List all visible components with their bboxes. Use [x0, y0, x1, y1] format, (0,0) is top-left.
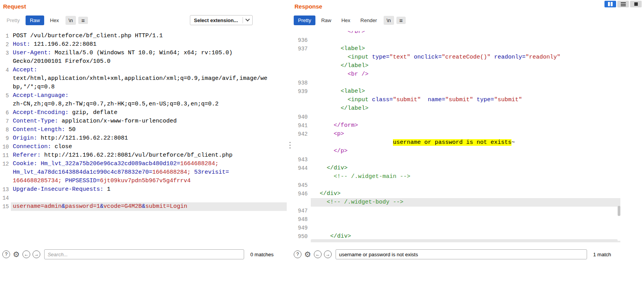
- next-match-button[interactable]: →: [33, 250, 40, 258]
- hamburger-icon: ≡: [399, 17, 403, 24]
- code-line: Referer: http://121.196.62.22:8081/vul/b…: [11, 151, 287, 160]
- editor-menu-button[interactable]: ≡: [396, 17, 406, 24]
- code-line: <!-- /.widget-body -->: [311, 198, 620, 207]
- request-search-input[interactable]: [44, 249, 244, 259]
- code-row: 947: [293, 207, 620, 215]
- tab-raw[interactable]: Raw: [317, 16, 336, 25]
- code-row: 15username=admin&password=1&vcode=G4M2B&…: [2, 202, 287, 211]
- line-number: 937: [293, 45, 311, 53]
- code-line: POST /vul/burteforce/bf_client.php HTTP/…: [11, 32, 287, 40]
- line-number: [293, 198, 311, 207]
- select-extension-dropdown[interactable]: Select extension...: [190, 15, 253, 25]
- newline-toggle-button[interactable]: \n: [65, 16, 76, 25]
- drag-handle-icon: [289, 145, 291, 146]
- tab-render[interactable]: Render: [356, 16, 381, 25]
- newline-toggle-button[interactable]: \n: [384, 16, 394, 25]
- request-editor-content: 1POST /vul/burteforce/bf_client.php HTTP…: [2, 31, 287, 211]
- help-icon[interactable]: ?: [2, 250, 10, 258]
- code-row: 938: [293, 79, 620, 87]
- line-number: [2, 168, 11, 177]
- code-line: [311, 79, 620, 87]
- line-number: [293, 241, 311, 242]
- gear-icon[interactable]: ⚙: [304, 250, 311, 258]
- request-search-bar: ? ⚙ ← → 0 matches: [2, 249, 287, 259]
- prev-match-button[interactable]: ←: [22, 250, 30, 258]
- line-number: 945: [293, 181, 311, 190]
- code-token: </p>: [334, 148, 348, 154]
- code-token: "readonly": [525, 54, 560, 60]
- code-token: vcode=G4M2B: [103, 203, 142, 210]
- tab-pretty[interactable]: Pretty: [294, 16, 315, 25]
- response-editor[interactable]: </br>936937<label><input type="text" onc…: [293, 31, 620, 242]
- response-tab-bar: Pretty Raw Hex Render \n ≡: [294, 15, 620, 26]
- code-token: password=1: [65, 203, 100, 210]
- single-layout-button[interactable]: [630, 1, 642, 7]
- stacked-layout-button[interactable]: [617, 1, 629, 7]
- code-row: 943: [293, 155, 620, 164]
- code-row: 12Cookie: Hm_lvt_322a75b206e96ca32cd089a…: [2, 160, 287, 168]
- code-line: Origin: http://121.196.62.22:8081: [11, 134, 287, 143]
- code-token: <input: [348, 54, 372, 60]
- code-row: 2Host: 121.196.62.22:8081: [2, 40, 287, 49]
- line-number: 6: [2, 109, 11, 117]
- code-token: Accept-Language:: [13, 92, 69, 99]
- tab-raw[interactable]: Raw: [26, 16, 44, 25]
- code-row: 13Upgrade-Insecure-Requests: 1: [2, 185, 287, 194]
- line-number: 15: [2, 202, 11, 211]
- code-line: [311, 36, 620, 45]
- code-token: application/x-www-form-urlencoded: [58, 118, 177, 124]
- vertical-scrollbar[interactable]: [618, 31, 620, 239]
- code-line: zh-CN,zh;q=0.8,zh-TW;q=0.7,zh-HK;q=0.5,e…: [11, 100, 287, 109]
- code-token: <label>: [341, 88, 365, 95]
- line-number: 941: [293, 121, 311, 130]
- line-number: 5: [2, 91, 11, 100]
- code-row: text/html,application/xhtml+xml,applicat…: [2, 74, 287, 83]
- tab-hex[interactable]: Hex: [46, 16, 63, 25]
- code-token: "submit": [393, 97, 421, 103]
- code-token: Accept:: [13, 67, 37, 73]
- tab-pretty[interactable]: Pretty: [2, 16, 24, 25]
- prev-match-button[interactable]: ←: [314, 250, 322, 258]
- code-line: Accept-Language:: [11, 91, 287, 100]
- code-row: zh-CN,zh;q=0.8,zh-TW;q=0.7,zh-HK;q=0.5,e…: [2, 100, 287, 109]
- code-row: 949: [293, 224, 620, 232]
- code-token: 50: [65, 126, 76, 133]
- line-number: 4: [2, 66, 11, 74]
- horizontal-scrollbar[interactable]: [311, 239, 618, 242]
- code-token: 1664688284;: [152, 169, 194, 176]
- code-line: Gecko/20100101 Firefox/105.0: [11, 57, 287, 66]
- code-row: 940: [293, 113, 620, 121]
- panel-divider[interactable]: [287, 0, 293, 290]
- code-row: </p>: [293, 147, 620, 155]
- code-token: Content-Type:: [13, 118, 58, 124]
- response-search-input[interactable]: [336, 249, 587, 259]
- code-token: onclick=: [414, 54, 442, 60]
- code-token: text/html,application/xhtml+xml,applicat…: [13, 75, 267, 82]
- code-token: http://121.196.62.22:8081/vul/burteforce…: [41, 152, 232, 159]
- code-row: <!-- /.widget-body -->: [293, 198, 620, 207]
- scrollbar-thumb[interactable]: [618, 206, 620, 216]
- next-match-button[interactable]: →: [324, 250, 332, 258]
- code-token: username or password is not exists: [393, 139, 511, 146]
- line-number: [2, 57, 11, 66]
- line-number: [293, 53, 311, 62]
- code-token: </br>: [348, 31, 365, 35]
- editor-menu-button[interactable]: ≡: [78, 17, 88, 24]
- code-line: <label>: [311, 45, 620, 53]
- code-token: Connection:: [13, 143, 51, 150]
- code-token: Cookie:: [13, 161, 37, 167]
- code-token: <!-- /.widget-body -->: [327, 199, 403, 205]
- gear-icon[interactable]: ⚙: [13, 250, 20, 258]
- line-number: [2, 177, 11, 185]
- code-token: Hm_lvt_4a78dc1643884da1c990c4c878832e70=: [13, 169, 152, 176]
- columns-layout-button[interactable]: [604, 1, 616, 7]
- line-number: 936: [293, 36, 311, 45]
- code-row: 9Origin: http://121.196.62.22:8081: [2, 134, 287, 143]
- response-panel-title: Response: [294, 3, 620, 10]
- help-icon[interactable]: ?: [294, 250, 301, 258]
- tab-hex[interactable]: Hex: [337, 16, 355, 25]
- code-line: [311, 224, 620, 232]
- request-editor[interactable]: 1POST /vul/burteforce/bf_client.php HTTP…: [2, 31, 287, 242]
- response-editor-content: </br>936937<label><input type="text" onc…: [293, 31, 620, 242]
- code-row: 7Content-Type: application/x-www-form-ur…: [2, 117, 287, 126]
